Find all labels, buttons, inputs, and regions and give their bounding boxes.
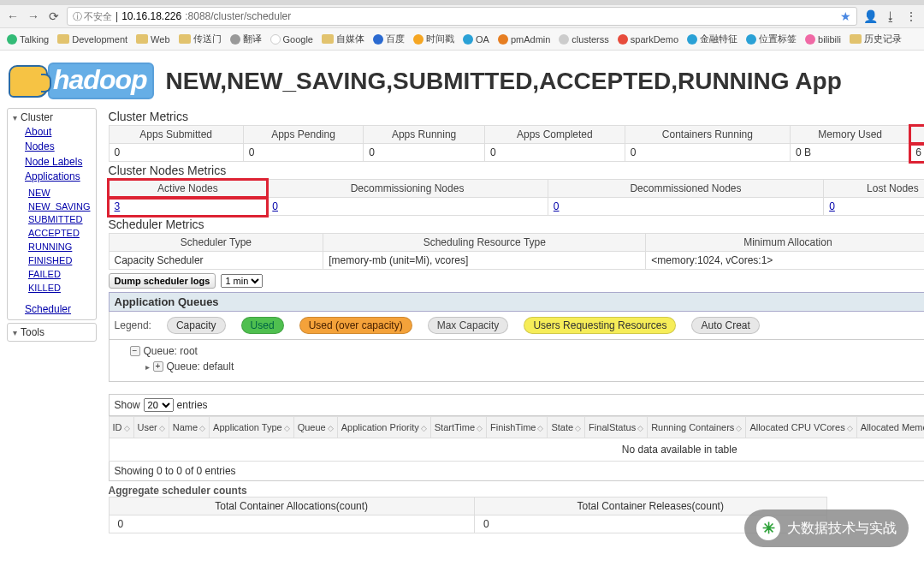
sort-icon[interactable]: ◇	[736, 424, 742, 432]
bookmark-item[interactable]: OA	[463, 34, 489, 45]
sort-icon[interactable]: ◇	[328, 424, 334, 432]
bookmark-item[interactable]: sparkDemo	[618, 34, 678, 45]
bookmark-label: 百度	[386, 33, 405, 45]
sidebar-appstate-accepted[interactable]: ACCEPTED	[28, 227, 91, 241]
sidebar-link-nodes[interactable]: Nodes	[25, 140, 91, 154]
bookmark-item[interactable]: Web	[136, 34, 169, 45]
cell-value: 6 GB	[910, 144, 924, 162]
sidebar-appstate-killed[interactable]: KILLED	[28, 282, 91, 295]
apps-col-header[interactable]: FinalStatus◇	[585, 417, 648, 438]
sidebar-appstate-submitted[interactable]: SUBMITTED	[28, 213, 91, 227]
sidebar-link-about[interactable]: About	[25, 125, 91, 140]
col-header: Apps Submitted	[109, 126, 243, 144]
show-suffix: entries	[177, 399, 208, 411]
dump-period-select[interactable]: 1 min	[221, 274, 263, 288]
menu-icon[interactable]: ⋮	[903, 9, 919, 23]
expand-icon[interactable]: +	[153, 361, 163, 372]
apps-col-header[interactable]: FinishTime◇	[487, 417, 548, 438]
legend-users: Users Requesting Resources	[524, 317, 676, 334]
sort-icon[interactable]: ◇	[477, 424, 483, 432]
bookmark-item[interactable]: 历史记录	[850, 33, 902, 45]
sort-icon[interactable]: ◇	[124, 424, 130, 432]
bookmark-item[interactable]: 传送门	[179, 33, 222, 45]
apps-col-header[interactable]: Name◇	[169, 417, 209, 438]
apps-col-header[interactable]: Application Priority◇	[337, 417, 430, 438]
bookmark-item[interactable]: pmAdmin	[498, 34, 550, 45]
sidebar-appstate-running[interactable]: RUNNING	[28, 241, 91, 254]
cell-value: 0	[267, 198, 548, 216]
apps-col-header[interactable]: State◇	[548, 417, 585, 438]
sidebar-link-node-labels[interactable]: Node Labels	[25, 155, 91, 170]
apps-col-header[interactable]: User◇	[133, 417, 169, 438]
bookmark-label: 金融特征	[700, 33, 737, 45]
link-value[interactable]: 0	[554, 200, 560, 212]
sidebar-cluster-title[interactable]: Cluster	[13, 111, 91, 123]
sort-icon[interactable]: ◇	[159, 424, 165, 432]
bookmark-label: 翻译	[243, 33, 262, 45]
link-value[interactable]: 0	[829, 200, 835, 212]
bookmark-star-icon[interactable]: ★	[840, 9, 851, 23]
link-value[interactable]: 3	[115, 200, 121, 212]
bookmark-item[interactable]: 百度	[373, 33, 405, 45]
site-icon	[805, 34, 815, 45]
folder-icon	[850, 34, 862, 44]
bookmark-label: OA	[476, 34, 489, 45]
queue-default-row[interactable]: ▸ + Queue: default	[115, 359, 924, 374]
nav-reload-icon[interactable]: ⟳	[46, 9, 62, 24]
bookmark-item[interactable]: Development	[57, 34, 127, 45]
sidebar-link-scheduler[interactable]: Scheduler	[25, 302, 91, 317]
apps-col-header[interactable]: ID◇	[109, 417, 133, 438]
sidebar-appstate-new_saving[interactable]: NEW_SAVING	[28, 200, 91, 214]
sort-icon[interactable]: ◇	[199, 424, 205, 432]
folder-icon	[136, 34, 148, 44]
bookmark-item[interactable]: 金融特征	[687, 33, 737, 45]
bookmark-item[interactable]: Talking	[7, 34, 49, 45]
nav-forward-icon[interactable]: →	[26, 9, 41, 24]
sidebar-link-applications[interactable]: Applications	[25, 170, 91, 184]
col-header: Memory Used	[790, 126, 909, 144]
apps-col-header[interactable]: Application Type◇	[210, 417, 294, 438]
bookmark-item[interactable]: 自媒体	[322, 33, 364, 45]
link-value[interactable]: 0	[272, 200, 278, 212]
download-icon[interactable]: ⭳	[883, 9, 898, 23]
cell-value: 0	[243, 144, 364, 162]
bookmark-item[interactable]: 翻译	[230, 33, 262, 45]
sort-icon[interactable]: ◇	[421, 424, 427, 432]
apps-col-header[interactable]: Queue◇	[293, 417, 337, 438]
sort-icon[interactable]: ◇	[575, 424, 581, 432]
cell-value: 0	[109, 144, 243, 162]
apps-col-header[interactable]: Allocated Memory MB◇	[856, 417, 924, 438]
bookmark-label: clusterss	[572, 34, 608, 45]
sort-icon[interactable]: ◇	[847, 424, 853, 432]
queue-root-row[interactable]: − Queue: root	[115, 343, 924, 359]
sidebar-tools-title[interactable]: Tools	[13, 326, 91, 338]
apps-col-header[interactable]: Running Containers◇	[648, 417, 746, 438]
sidebar-appstate-finished[interactable]: FINISHED	[28, 254, 91, 268]
bookmark-item[interactable]: clusterss	[559, 34, 608, 45]
agg-head-alloc: Total Container Allocations(count)	[109, 498, 474, 515]
main-content: Cluster Metrics Apps SubmittedApps Pendi…	[104, 104, 924, 542]
sort-icon[interactable]: ◇	[284, 424, 290, 432]
site-icon	[463, 34, 473, 45]
nav-back-icon[interactable]: ←	[5, 9, 21, 24]
bookmark-item[interactable]: bilibili	[805, 34, 841, 45]
apps-col-header[interactable]: Allocated CPU VCores◇	[746, 417, 856, 438]
sort-icon[interactable]: ◇	[537, 424, 543, 432]
sidebar-appstate-failed[interactable]: FAILED	[28, 268, 91, 282]
entries-count-select[interactable]: 20	[144, 398, 174, 412]
profile-icon[interactable]: 👤	[862, 9, 878, 23]
bookmark-label: Google	[283, 34, 313, 45]
dump-scheduler-logs-button[interactable]: Dump scheduler logs	[109, 273, 216, 289]
collapse-icon[interactable]: −	[130, 346, 140, 356]
legend-max: Max Capacity	[428, 317, 509, 334]
bookmark-item[interactable]: 位置标签	[746, 33, 797, 45]
bookmark-label: sparkDemo	[631, 34, 678, 45]
cell-value: <memory:1024, vCores:1>	[646, 252, 924, 270]
bookmark-label: 传送门	[193, 33, 222, 45]
bookmark-item[interactable]: 时间戳	[413, 33, 454, 45]
sidebar-appstate-new[interactable]: NEW	[28, 187, 91, 200]
bookmark-item[interactable]: Google	[270, 34, 313, 45]
sort-icon[interactable]: ◇	[637, 424, 643, 432]
apps-col-header[interactable]: StartTime◇	[430, 417, 486, 438]
address-bar[interactable]: ⓘ 不安全 | 10.16.18.226:8088/cluster/schedu…	[67, 7, 857, 26]
